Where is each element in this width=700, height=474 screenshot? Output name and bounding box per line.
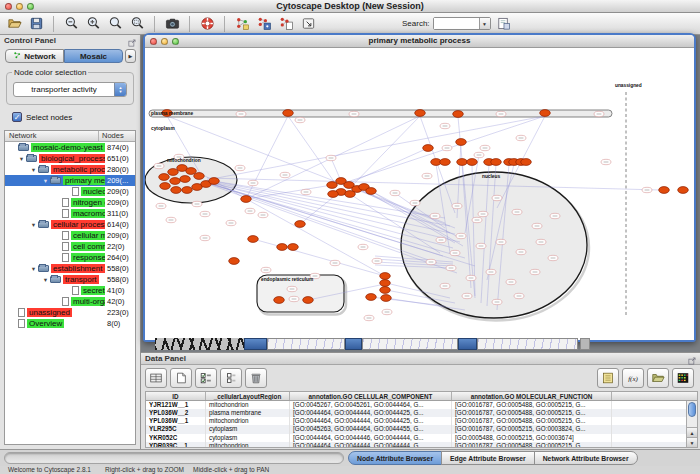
- cell-region[interactable]: cytoplasm: [206, 434, 290, 442]
- tree-column-nodes[interactable]: Nodes: [99, 131, 135, 141]
- network-node-selected[interactable]: [182, 187, 193, 194]
- cell-molecular-function[interactable]: [GO:0016787, GO:0005488, GO:0005215, G..…: [452, 442, 612, 447]
- cell-cellular-component[interactable]: [GO:0045263, GO:0044464, GO:0044455, G..…: [290, 425, 452, 433]
- open-file-button[interactable]: [4, 14, 24, 33]
- network-node-selected[interactable]: [521, 159, 532, 166]
- cell-molecular-function[interactable]: [GO:0016787, GO:0005488, GO:0005215, G..…: [452, 401, 612, 409]
- network-node-selected[interactable]: [540, 110, 551, 117]
- network-node-selected[interactable]: [327, 182, 338, 189]
- save-session-button[interactable]: [26, 14, 46, 33]
- table-row[interactable]: YPL036W__2plasma membrane[GO:0044464, GO…: [146, 409, 686, 417]
- network-node-selected[interactable]: [440, 159, 451, 166]
- network-node-selected[interactable]: [380, 273, 391, 280]
- background-window-fragment[interactable]: [362, 338, 458, 350]
- zoom-fit-button[interactable]: [105, 14, 125, 33]
- column-header-annotation-go-cellular-component[interactable]: annotation.GO CELLULAR_COMPONENT: [290, 392, 452, 400]
- cell-region[interactable]: mitochondrion: [206, 401, 290, 409]
- network-node-selected[interactable]: [186, 168, 197, 175]
- network-graph[interactable]: plasma membranecytoplasmmitochondrionnuc…: [145, 48, 694, 340]
- cell-id[interactable]: YLR295C: [146, 425, 206, 433]
- tab-mosaic[interactable]: Mosaic: [64, 49, 123, 63]
- function-builder-button[interactable]: f(x): [622, 368, 644, 388]
- network-node-selected[interactable]: [678, 187, 689, 194]
- tree-item-biological-process[interactable]: ▼biological_process651(0): [5, 153, 135, 164]
- network-node-selected[interactable]: [381, 295, 392, 302]
- tree-item-response-to-stimulu[interactable]: response to stimulu264(0): [5, 252, 135, 263]
- network-node-selected[interactable]: [283, 110, 294, 117]
- cell-molecular-function[interactable]: [GO:0016787, GO:0005488, GO:0005215, G..…: [452, 417, 612, 425]
- vizmapper-button[interactable]: [232, 14, 252, 33]
- cell-region[interactable]: plasma membrane: [206, 409, 290, 417]
- tree-item-mosaic-demo-yeast[interactable]: mosaic-demo-yeast874(0): [5, 142, 135, 153]
- cell-molecular-function[interactable]: [GO:0005488, GO:0005215, GO:0003674]: [452, 434, 612, 442]
- table-row[interactable]: YJR121W__1mitochondrion[GO:0045267, GO:0…: [146, 401, 686, 409]
- cell-cellular-component[interactable]: [GO:0045267, GO:0045261, GO:0044464, G..…: [290, 401, 452, 409]
- expander-icon[interactable]: ▼: [41, 178, 50, 184]
- tab-overflow-arrow[interactable]: ▶: [125, 49, 136, 63]
- tree-item-unassigned[interactable]: unassigned223(0): [5, 307, 135, 318]
- float-panel-icon[interactable]: [126, 36, 137, 47]
- network-node-selected[interactable]: [241, 196, 252, 203]
- column-header-id[interactable]: ID: [146, 392, 206, 400]
- scroll-up-icon[interactable]: ▲: [687, 427, 697, 437]
- new-attribute-button[interactable]: [170, 368, 192, 388]
- tab-network-attribute-browser[interactable]: Network Attribute Browser: [534, 451, 638, 465]
- table-scrollbar[interactable]: ▲ ▼: [686, 401, 697, 447]
- app-titlebar[interactable]: Cytoscape Desktop (New Session): [0, 0, 700, 13]
- snapshot-camera-button[interactable]: [162, 14, 182, 33]
- scroll-down-icon[interactable]: ▼: [687, 437, 697, 447]
- network-node-selected[interactable]: [491, 159, 502, 166]
- import-attributes-button[interactable]: [647, 368, 669, 388]
- network-node-selected[interactable]: [453, 111, 464, 118]
- tree-item-nitrogen-compo[interactable]: nitrogen compo209(0): [5, 197, 135, 208]
- tree-item-establishment-of-lo[interactable]: ▼establishment of lo558(0): [5, 263, 135, 274]
- column-header-cellularlayoutregion[interactable]: _cellularLayoutRegion: [206, 392, 290, 400]
- tree-item-macromolecule[interactable]: macromolecule311(0): [5, 208, 135, 219]
- tree-item-metabolic-process[interactable]: ▼metabolic process280(0): [5, 164, 135, 175]
- tree-item-overview[interactable]: Overview8(0): [5, 318, 135, 329]
- zoom-out-button[interactable]: [61, 14, 81, 33]
- network-node-selected[interactable]: [248, 236, 259, 243]
- table-row[interactable]: YLR295Ccytoplasm[GO:0045263, GO:0044464,…: [146, 425, 686, 433]
- tab-node-attribute-browser[interactable]: Node Attribute Browser: [348, 451, 442, 465]
- cell-region[interactable]: mitochondrion: [206, 442, 290, 447]
- background-window-fragment[interactable]: [345, 338, 362, 350]
- network-node-selected[interactable]: [159, 174, 170, 181]
- network-canvas[interactable]: plasma membranecytoplasmmitochondrionnuc…: [145, 48, 694, 340]
- tab-network[interactable]: Network: [5, 49, 64, 63]
- tree-item-cell-communicat[interactable]: cell communicat22(0): [5, 241, 135, 252]
- tab-edge-attribute-browser[interactable]: Edge Attribute Browser: [441, 451, 535, 465]
- delete-attribute-button[interactable]: [245, 368, 267, 388]
- network-view-button[interactable]: [276, 14, 296, 33]
- network-node-selected[interactable]: [366, 188, 377, 195]
- network-node-selected[interactable]: [659, 187, 670, 194]
- cell-molecular-function[interactable]: [GO:0016787, GO:0005215, GO:0003824, G..…: [452, 425, 612, 433]
- network-node-selected[interactable]: [170, 178, 181, 185]
- network-node-selected[interactable]: [423, 145, 434, 152]
- cell-region[interactable]: cytoplasm: [206, 425, 290, 433]
- background-window-fragment[interactable]: [458, 338, 477, 350]
- expander-icon[interactable]: ▼: [29, 167, 38, 173]
- tree-item-cellular-process[interactable]: ▼cellular process614(0): [5, 219, 135, 230]
- network-node-selected[interactable]: [229, 258, 240, 265]
- cell-region[interactable]: mitochondrion: [206, 417, 290, 425]
- scrollbar-thumb[interactable]: [688, 402, 696, 417]
- network-node-selected[interactable]: [295, 221, 306, 228]
- background-window-fragment[interactable]: [477, 338, 578, 350]
- network-node-selected[interactable]: [303, 297, 314, 304]
- background-window-fragment[interactable]: [580, 338, 590, 350]
- expander-icon[interactable]: ▼: [29, 266, 38, 272]
- attribute-notes-button[interactable]: [597, 368, 619, 388]
- cell-cellular-component[interactable]: [GO:0044464, GO:0044444, GO:0044444, G..…: [290, 442, 452, 447]
- table-row[interactable]: YDR039C__1mitochondrion[GO:0044464, GO:0…: [146, 442, 686, 447]
- network-node-selected[interactable]: [277, 244, 288, 251]
- background-window-fragment[interactable]: [244, 338, 267, 350]
- network-node-selected[interactable]: [274, 297, 285, 304]
- expander-icon[interactable]: ▼: [29, 222, 38, 228]
- tree-item-cellular-metabo[interactable]: cellular metabo209(0): [5, 230, 135, 241]
- expander-icon[interactable]: ▼: [41, 277, 50, 283]
- tree-item-transport[interactable]: ▼transport558(0): [5, 274, 135, 285]
- zoom-in-button[interactable]: [83, 14, 103, 33]
- tree-item-secretion[interactable]: secretion41(0): [5, 285, 135, 296]
- cell-cellular-component[interactable]: [GO:0044464, GO:0044444, GO:0044425, G..…: [290, 409, 452, 417]
